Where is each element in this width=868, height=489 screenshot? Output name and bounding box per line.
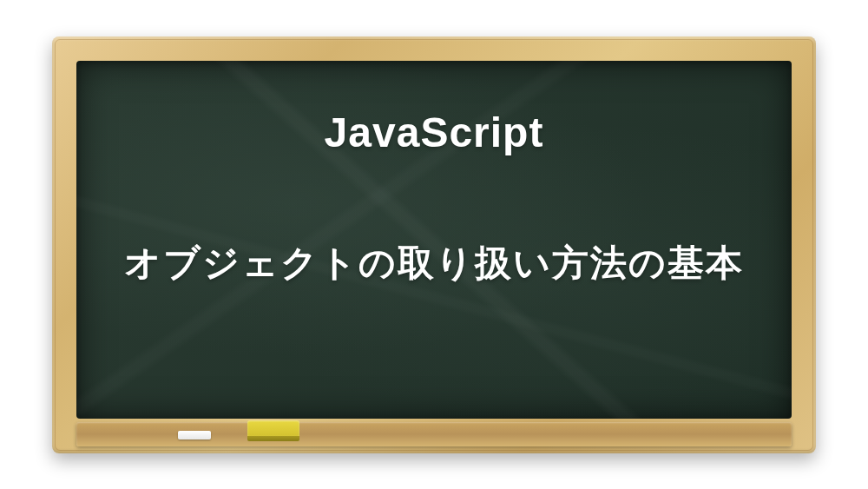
title-text: JavaScript xyxy=(325,109,544,156)
chalkboard-frame: JavaScript オブジェクトの取り扱い方法の基本 xyxy=(52,36,816,453)
chalk-icon xyxy=(178,431,211,439)
eraser-icon xyxy=(247,420,299,441)
chalkboard: JavaScript オブジェクトの取り扱い方法の基本 xyxy=(76,61,792,419)
subtitle-text: オブジェクトの取り扱い方法の基本 xyxy=(124,239,744,287)
